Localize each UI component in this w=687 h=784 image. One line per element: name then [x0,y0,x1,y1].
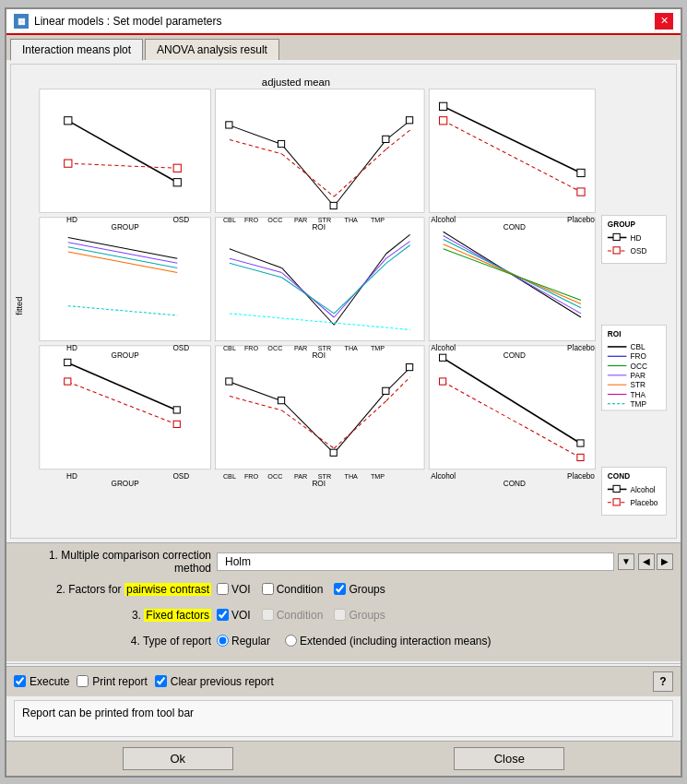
fixed-groups-checkbox[interactable] [334,609,346,621]
svg-text:FRO: FRO [244,472,259,481]
pairwise-voi-checkbox[interactable] [217,583,229,595]
svg-text:TMP: TMP [371,216,385,224]
svg-text:GROUP: GROUP [111,223,139,232]
svg-text:OCC: OCC [267,344,282,352]
fixed-checkboxes: VOI Condition Groups [217,609,385,622]
svg-rect-14 [173,164,181,172]
svg-text:COND: COND [503,480,526,488]
correction-method-dropdown[interactable]: ▼ [618,553,634,570]
svg-rect-27 [278,140,284,147]
svg-text:Alcohol: Alcohol [431,344,456,352]
title-bar: ▦ Linear models : Set model parameters ✕ [6,9,681,35]
svg-text:ROI: ROI [312,480,326,488]
fixed-voi-item: VOI [217,609,251,622]
svg-text:GROUP: GROUP [111,480,139,488]
svg-text:Alcohol: Alcohol [431,216,456,224]
svg-text:TMP: TMP [371,344,385,352]
report-extended-item: Extended (including interaction means) [285,635,491,647]
close-button[interactable]: Close [454,747,564,770]
controls-area: 1. Multiple comparison correction method… [6,542,681,661]
svg-text:COND: COND [503,223,526,232]
plot-area: adjusted mean [10,64,677,539]
svg-text:HD: HD [631,233,642,242]
correction-method-value[interactable]: Holm [217,552,614,571]
correction-method-next[interactable]: ▶ [657,553,673,570]
fixed-condition-checkbox[interactable] [262,609,274,621]
report-type-row: 4. Type of report Regular Extended (incl… [14,630,673,652]
execute-checkbox[interactable] [14,675,26,687]
svg-rect-152 [613,485,620,492]
correction-method-label: 1. Multiple comparison correction method [14,549,217,575]
close-window-button[interactable]: ✕ [655,13,673,30]
svg-text:Placebo: Placebo [567,344,595,352]
fixed-factors-row: 3. Fixed factors VOI Condition Groups [14,604,673,626]
report-note-text: Report can be printed from tool bar [22,707,194,719]
pairwise-checkboxes: VOI Condition Groups [217,583,385,596]
fixed-condition-item: Condition [262,609,324,622]
svg-rect-86 [65,359,71,365]
help-button[interactable]: ? [653,671,673,692]
pairwise-contrast-highlight: pairwise contrast [124,583,211,596]
correction-method-row: 1. Multiple comparison correction method… [14,549,673,575]
svg-rect-4 [215,217,424,340]
report-extended-radio[interactable] [285,635,297,647]
window-title: Linear models : Set model parameters [34,15,221,28]
pairwise-contrast-row: 2. Factors for pairwise contrast VOI Con… [14,578,673,600]
svg-text:ROI: ROI [608,329,622,338]
svg-rect-13 [65,160,72,167]
fixed-condition-label: Condition [277,609,324,622]
fixed-voi-checkbox[interactable] [217,609,229,621]
pairwise-voi-item: VOI [217,583,251,596]
svg-text:OSD: OSD [631,247,647,255]
clear-section: Clear previous report [155,675,274,688]
report-regular-item: Regular [217,635,270,647]
svg-rect-105 [383,387,389,394]
report-regular-radio[interactable] [217,635,229,647]
svg-text:PAR: PAR [294,344,307,352]
svg-text:FRO: FRO [244,216,259,224]
svg-text:THA: THA [631,390,646,398]
svg-rect-131 [613,246,620,253]
svg-text:FRO: FRO [631,352,647,361]
clear-label: Clear previous report [171,675,274,688]
svg-text:ROI: ROI [312,351,326,360]
ok-button[interactable]: Ok [123,747,233,770]
svg-rect-106 [406,363,412,370]
pairwise-contrast-label: 2. Factors for pairwise contrast [14,583,217,596]
execute-label: Execute [30,675,69,688]
svg-rect-0 [40,89,210,212]
svg-text:Placebo: Placebo [631,498,658,506]
tab-interaction-means-plot[interactable]: Interaction means plot [10,39,143,61]
svg-rect-87 [173,406,180,412]
svg-rect-29 [383,136,389,142]
svg-rect-11 [173,178,181,185]
svg-text:fitted: fitted [15,296,24,315]
fixed-groups-item: Groups [334,609,385,622]
svg-rect-1 [215,89,424,212]
svg-text:THA: THA [345,472,359,481]
pairwise-condition-checkbox[interactable] [262,583,274,595]
tab-bar: Interaction means plot ANOVA analysis re… [6,35,681,60]
fixed-groups-label: Groups [349,609,385,622]
correction-method-prev[interactable]: ◀ [638,553,655,570]
svg-rect-7 [215,345,424,469]
svg-text:CBL: CBL [223,216,236,224]
svg-rect-104 [330,449,337,456]
svg-rect-89 [65,377,71,384]
clear-checkbox[interactable] [155,675,167,687]
svg-text:OSD: OSD [172,216,189,224]
report-regular-label: Regular [231,635,270,647]
fixed-voi-label: VOI [231,609,251,622]
svg-text:Placebo: Placebo [567,216,595,224]
svg-text:THA: THA [345,216,359,224]
svg-rect-40 [440,102,447,110]
print-checkbox[interactable] [77,675,89,687]
execute-bar: Execute Print report Clear previous repo… [6,666,681,696]
tab-anova-analysis-result[interactable]: ANOVA analysis result [145,39,279,60]
svg-text:HD: HD [66,472,77,481]
plot-title: adjusted mean [262,76,330,87]
pairwise-groups-label: Groups [349,583,385,596]
svg-rect-43 [440,116,447,124]
pairwise-groups-checkbox[interactable] [334,583,346,595]
svg-text:COND: COND [503,351,526,360]
